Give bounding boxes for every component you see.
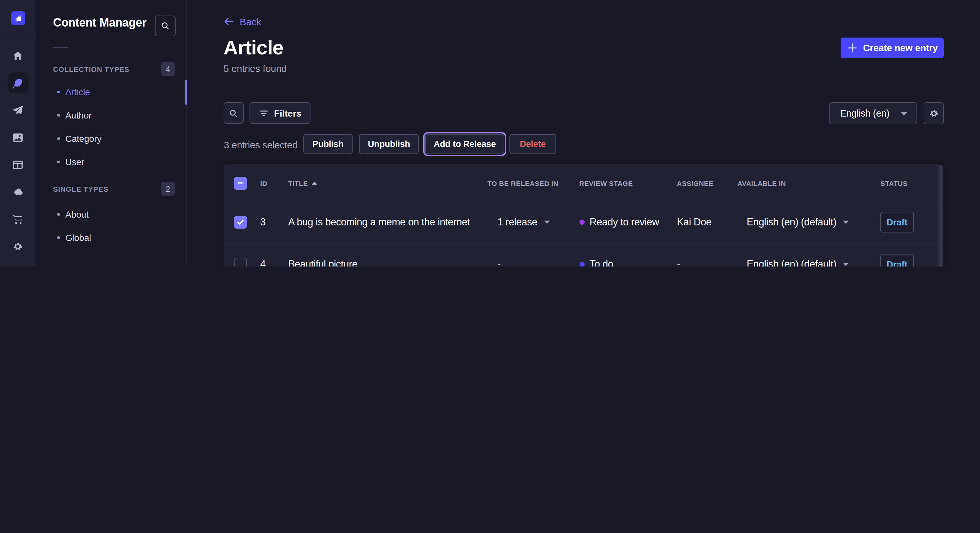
table-header-row: ID TITLE TO BE RELEASED IN REVIEW STAGE … (224, 165, 943, 201)
collection-types-list: Article Author Category User (36, 80, 186, 174)
divider (53, 47, 68, 48)
col-header-available-in[interactable]: AVAILABLE IN (737, 179, 786, 187)
stage-dot (579, 262, 584, 266)
section-label: COLLECTION TYPES (53, 65, 130, 73)
nav-home[interactable] (8, 45, 28, 66)
sidebar-item-category[interactable]: Category (36, 127, 186, 150)
gear-icon (929, 108, 939, 119)
paper-plane-icon (12, 105, 23, 116)
logo-box (0, 0, 36, 36)
cell-available-in[interactable]: English (en) (default) (747, 216, 850, 228)
col-header-assignee[interactable]: ASSIGNEE (677, 179, 714, 187)
nav-media-library[interactable] (8, 127, 28, 148)
cell-id: 3 (260, 216, 266, 228)
bullet-icon (57, 236, 60, 239)
chevron-down-icon (843, 262, 850, 266)
cell-release[interactable]: - (498, 259, 501, 266)
layout-icon (12, 159, 23, 170)
main-nav-rail: KD (0, 0, 36, 266)
row-checkbox[interactable] (234, 258, 247, 266)
col-header-review-stage[interactable]: REVIEW STAGE (579, 179, 633, 187)
sidebar-item-user[interactable]: User (36, 150, 186, 174)
cell-review-stage: To do (579, 259, 613, 266)
publish-button[interactable]: Publish (303, 134, 353, 154)
add-to-release-button[interactable]: Add to Release (425, 134, 504, 154)
row-checkbox[interactable] (234, 216, 247, 228)
subnav-title: Content Manager (53, 15, 146, 30)
sidebar-item-author[interactable]: Author (36, 104, 186, 127)
cell-id: 4 (260, 259, 266, 266)
sidebar-item-article[interactable]: Article (36, 80, 186, 104)
list-search-button[interactable] (223, 102, 243, 124)
cell-available-in[interactable]: English (en) (default) (747, 259, 850, 266)
chevron-down-icon (900, 111, 908, 116)
plus-icon (846, 42, 858, 54)
image-icon (12, 132, 23, 143)
strapi-logo[interactable] (11, 11, 25, 25)
col-header-title[interactable]: TITLE (288, 179, 318, 187)
create-new-entry-button[interactable]: Create new entry (841, 38, 943, 58)
single-types-list: About Global (36, 203, 186, 249)
col-header-status[interactable]: STATUS (880, 179, 908, 187)
bullet-icon (57, 114, 60, 117)
delete-button[interactable]: Delete (509, 134, 557, 154)
nav-settings[interactable] (8, 236, 28, 257)
locale-select[interactable]: English (en) (829, 102, 918, 124)
cell-title: Beautiful picture (288, 259, 358, 266)
search-icon (228, 108, 239, 118)
bullet-icon (57, 213, 60, 216)
col-header-to-be-released-in[interactable]: TO BE RELEASED IN (487, 179, 558, 187)
select-all-checkbox[interactable] (234, 176, 247, 189)
status-badge: Draft (880, 212, 913, 233)
sidebar-item-global[interactable]: Global (36, 226, 186, 249)
cell-assignee: Kai Doe (677, 216, 712, 228)
cell-assignee: - (677, 259, 680, 266)
sidebar-item-about[interactable]: About (36, 203, 186, 226)
filters-button[interactable]: Filters (249, 102, 310, 124)
chevron-down-icon (544, 220, 550, 224)
nav-layout[interactable] (8, 154, 28, 175)
section-count-badge: 2 (161, 182, 175, 195)
selected-count: 3 entries selected (224, 139, 298, 151)
page-title: Article (223, 36, 283, 60)
back-link[interactable]: Back (223, 16, 261, 27)
bullet-icon (57, 90, 60, 94)
status-badge: Draft (880, 254, 913, 266)
table-row[interactable]: 4 Beautiful picture - To do - English (e… (224, 244, 943, 266)
stage-dot (579, 219, 584, 225)
home-icon (12, 50, 23, 61)
cart-icon (12, 213, 23, 224)
chevron-down-icon (843, 220, 850, 224)
section-label: SINGLE TYPES (53, 185, 108, 193)
unpublish-button[interactable]: Unpublish (359, 134, 419, 154)
entries-table: ID TITLE TO BE RELEASED IN REVIEW STAGE … (223, 165, 943, 266)
cell-review-stage: Ready to review (579, 216, 659, 228)
section-single-types: SINGLE TYPES 2 (53, 182, 175, 195)
section-count-badge: 4 (161, 62, 175, 76)
bullet-icon (57, 137, 60, 140)
table-row[interactable]: 3 A bug is becoming a meme on the intern… (224, 201, 943, 244)
entries-count: 5 entries found (223, 63, 287, 75)
cell-release[interactable]: 1 release (498, 216, 550, 228)
subnav-search-button[interactable] (155, 16, 176, 36)
back-arrow-icon (223, 16, 234, 27)
gear-icon (12, 241, 23, 252)
cell-title: A bug is becoming a meme on the internet (288, 216, 470, 228)
main-content: Back Article 5 entries found Create new … (186, 0, 980, 266)
feather-icon (12, 78, 23, 89)
sort-asc-icon (312, 181, 318, 185)
strapi-admin: KD Content Manager COLLECTION TYPES 4 Ar… (0, 0, 980, 266)
nav-marketplace[interactable] (8, 209, 28, 229)
search-icon (160, 21, 170, 31)
nav-content-manager[interactable] (8, 73, 28, 93)
bullet-icon (57, 160, 60, 163)
cloud-icon (12, 186, 24, 198)
nav-cloud[interactable] (8, 181, 28, 202)
content-manager-subnav: Content Manager COLLECTION TYPES 4 Artic… (36, 0, 186, 266)
filter-icon (259, 108, 269, 118)
col-header-id[interactable]: ID (260, 179, 267, 187)
section-collection-types: COLLECTION TYPES 4 (53, 62, 175, 76)
nav-deploy[interactable] (8, 100, 28, 121)
strapi-logo-icon (13, 13, 23, 23)
list-settings-button[interactable] (924, 102, 944, 124)
